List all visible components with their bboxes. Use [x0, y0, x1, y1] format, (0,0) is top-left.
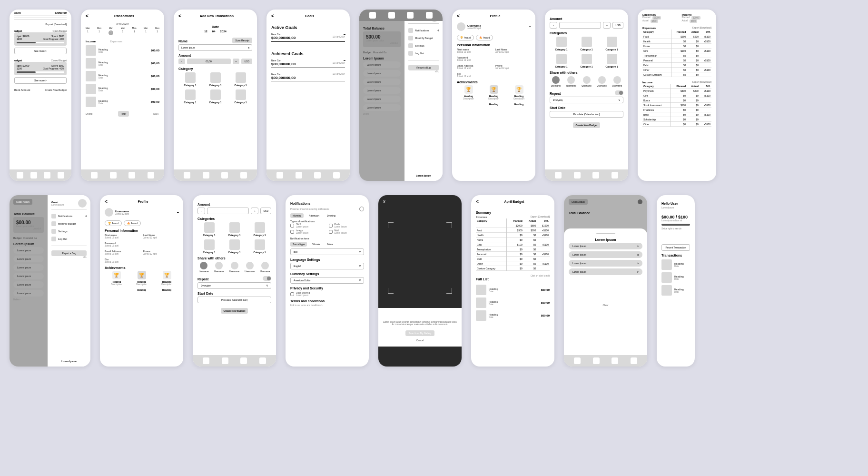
closed-budget-link[interactable]: Closed Budget — [51, 59, 67, 62]
sheet-item[interactable]: Lorem Ipsum> — [569, 243, 642, 249]
report-bug-button[interactable]: Report a Bug — [51, 250, 87, 256]
achievement-item[interactable]: 🏆HeadingDescription — [155, 271, 178, 286]
category-item[interactable]: Category 1 — [550, 54, 573, 68]
notif-type-row[interactable]: In-appLorem Ipsum — [290, 229, 326, 234]
date-picker-input[interactable]: Pick date [Calendar icon] — [197, 297, 271, 303]
tab-bar[interactable] — [193, 355, 276, 367]
tab-bar[interactable] — [545, 169, 628, 181]
category-item[interactable]: Category 1 — [197, 222, 221, 237]
repeat-select[interactable]: EverydayV — [197, 282, 271, 289]
nav-item[interactable]: Notifications4 — [408, 28, 439, 33]
share-user[interactable]: Username — [244, 262, 256, 273]
export-link[interactable]: Export [Download] — [692, 81, 711, 84]
close-button[interactable]: x — [378, 195, 462, 208]
checkbox[interactable] — [290, 230, 294, 234]
see-more-button-2[interactable]: See more > — [14, 77, 67, 84]
scan-receipt-button[interactable]: Scan Receipt — [232, 38, 252, 43]
nav-item[interactable]: Monthly Budget — [408, 36, 439, 40]
create-budget-link[interactable]: Create New Budget — [45, 89, 67, 91]
tone-mute[interactable]: Mute — [325, 242, 335, 247]
list-row[interactable]: HeadingDate$00,00 — [476, 310, 550, 321]
category-item[interactable]: Category 1 — [223, 222, 246, 237]
export-link[interactable]: Export [Download] — [692, 27, 711, 30]
delete-link[interactable]: Delete - — [363, 113, 401, 115]
tab-expenses[interactable]: Expenses — [110, 40, 122, 43]
transaction-row[interactable]: HeadingDate$00,00 — [86, 58, 159, 69]
tone-sound[interactable]: Sound type — [290, 242, 307, 247]
tab-bar[interactable] — [10, 169, 71, 181]
quick-action-button[interactable]: Quick Action — [13, 199, 32, 205]
create-budget-button[interactable]: Create New Budget — [221, 308, 248, 314]
minus-button[interactable]: - — [178, 59, 185, 64]
nav-item[interactable]: Log Out — [51, 237, 87, 241]
share-user[interactable]: Username — [611, 76, 623, 87]
add-button[interactable]: Add + — [153, 112, 159, 115]
category-item[interactable]: Category 1 — [229, 89, 252, 104]
category-item[interactable]: Category 1 — [575, 37, 598, 51]
achievement-item[interactable]: 🏆HeadingDescription — [105, 271, 128, 286]
share-user[interactable]: Username — [259, 262, 271, 273]
list-row[interactable]: HeadingDate$00,00 — [476, 285, 550, 295]
notif-master-toggle[interactable] — [359, 207, 364, 211]
nav-item[interactable]: Log Out — [408, 51, 439, 56]
share-user[interactable]: Username — [228, 262, 240, 273]
budget-card-open[interactable]: dget: $2000Spent: $800 1200Goal Progress… — [14, 32, 67, 46]
list-item[interactable]: Lorem Ipsum — [13, 281, 44, 288]
category-item[interactable]: Category 1 — [248, 222, 271, 237]
open-budget-link[interactable]: Open Budget — [53, 30, 67, 32]
amount-input[interactable] — [559, 22, 601, 29]
sheet-item[interactable]: Lorem Ipsum> — [569, 260, 642, 267]
nav-item[interactable]: Notifications4 — [51, 214, 87, 218]
minus-button[interactable]: - — [197, 208, 205, 214]
share-user[interactable]: Username — [580, 76, 592, 87]
list-item[interactable]: Lorem Ipsum — [363, 70, 401, 77]
name-input[interactable]: Lorem Ipsumx — [178, 44, 252, 51]
menu-icon[interactable]: ••• — [529, 25, 531, 28]
tab-bar[interactable] — [174, 169, 257, 181]
transaction-row[interactable]: HeadingDate — [661, 285, 690, 296]
list-item[interactable]: Lorem Ipsum — [363, 79, 401, 85]
achievement-item[interactable]: 🏆HeadingDescription — [457, 85, 480, 100]
category-item[interactable]: Category 1 — [204, 72, 227, 87]
minus-button[interactable]: - — [550, 22, 557, 29]
repeat-select[interactable]: EverydayV — [550, 97, 623, 103]
recent-transaction-button[interactable]: Recent Transaction — [661, 244, 690, 251]
day-picker[interactable]: Mon1 Mon1 Mon1 Mon1 Mon1 Mon1 Mon1 — [86, 27, 159, 35]
repeat-toggle[interactable] — [615, 90, 623, 95]
tab-bar[interactable] — [266, 169, 350, 181]
checkbox[interactable] — [290, 224, 294, 228]
date-picker-input[interactable]: Pick date [Calendar icon] — [550, 111, 623, 118]
see-more-button[interactable]: See more > — [14, 48, 67, 54]
tone-vibrate[interactable]: Vibrate — [310, 242, 322, 247]
tab-bar[interactable] — [564, 355, 647, 367]
list-item[interactable]: Lorem Ipsum — [13, 290, 44, 297]
date-picker[interactable]: 12042024 — [178, 30, 252, 33]
transaction-row[interactable]: HeadingDate — [661, 259, 690, 270]
achievement-item[interactable]: Heading — [482, 103, 505, 106]
tone-select[interactable]: BellV — [290, 248, 364, 255]
category-item[interactable]: Category 1 — [223, 239, 246, 254]
category-item[interactable]: Category 1 — [575, 54, 598, 68]
achievement-item[interactable]: 🏆HeadingDescription — [482, 85, 505, 100]
clear-button[interactable]: Clear — [569, 304, 642, 307]
transaction-row[interactable]: HeadingDate$00,00 — [86, 84, 159, 94]
avatar-icon[interactable] — [78, 199, 87, 208]
sheet-item[interactable]: Lorem Ipsum> — [569, 268, 642, 275]
tab-budget[interactable]: Budget — [363, 51, 371, 54]
notif-type-row[interactable]: PushLorem Ipsum — [329, 223, 365, 228]
nav-item[interactable]: Settings — [51, 229, 87, 234]
achievement-item[interactable]: Heading — [130, 288, 153, 291]
delete-button[interactable]: Delete - — [86, 112, 94, 115]
tab-income[interactable]: Income — [86, 40, 96, 43]
amount-input[interactable] — [207, 208, 249, 214]
checkbox[interactable] — [329, 230, 333, 234]
bank-account-link[interactable]: Bank Account — [14, 89, 30, 91]
notif-type-row[interactable]: SMSLorem Ipsum — [290, 223, 326, 228]
time-evening[interactable]: Evening — [325, 213, 338, 218]
tab-bar[interactable] — [81, 169, 164, 181]
transaction-row[interactable]: HeadingDate — [661, 272, 690, 283]
list-item[interactable]: Lorem Ipsum — [13, 256, 44, 262]
transaction-row[interactable]: HeadingDate$00,00 — [86, 45, 159, 56]
currency-select[interactable]: USD — [260, 208, 271, 214]
category-item[interactable]: Category 1 — [178, 72, 202, 87]
